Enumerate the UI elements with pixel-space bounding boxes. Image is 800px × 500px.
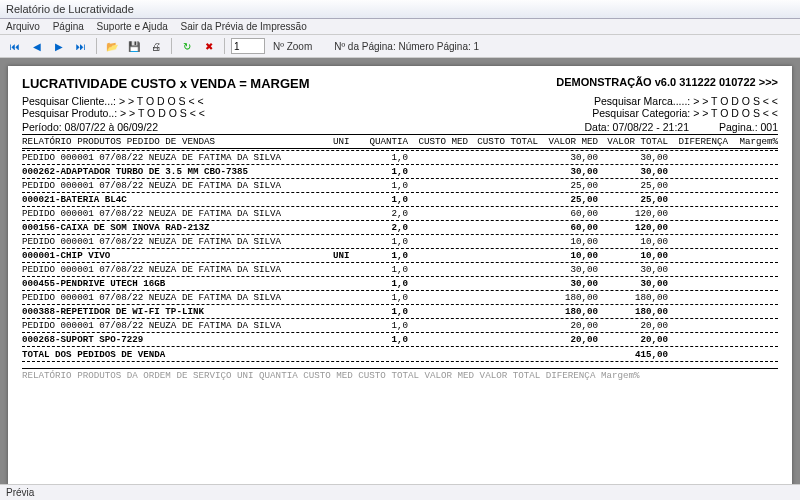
cell-vt: 30,00 xyxy=(598,166,668,177)
filter-marca: Pesquisar Marca.....: > > T O D O S < < xyxy=(594,95,778,107)
order-row: PEDIDO 000001 07/08/22 NEUZA DE FATIMA D… xyxy=(22,292,778,303)
cell-df xyxy=(668,320,728,331)
periodo-label: Período: 08/07/22 à 06/09/22 xyxy=(22,121,158,133)
window-titlebar: Relatório de Lucratividade xyxy=(0,0,800,19)
cell-uni xyxy=(333,222,363,233)
cell-desc: 000156-CAIXA DE SOM INOVA RAD-213Z xyxy=(22,222,333,233)
product-row: 000001-CHIP VIVOUNI1,010,0010,00 xyxy=(22,250,778,261)
cell-desc: PEDIDO 000001 07/08/22 NEUZA DE FATIMA D… xyxy=(22,320,333,331)
cell-df xyxy=(668,334,728,345)
divider xyxy=(22,150,778,151)
page-number-label: Nº da Página: Número Página: 1 xyxy=(334,41,479,52)
column-headers: RELATÓRIO PRODUTOS PEDIDO DE VENDAS UNI … xyxy=(22,136,778,147)
cell-df xyxy=(668,208,728,219)
separator xyxy=(96,38,97,54)
cell-vt: 20,00 xyxy=(598,334,668,345)
menu-sair[interactable]: Sair da Prévia de Impressão xyxy=(181,21,307,32)
save-button[interactable]: 💾 xyxy=(125,37,143,55)
divider xyxy=(22,346,778,347)
col-vt: VALOR TOTAL xyxy=(598,136,668,147)
menu-arquivo[interactable]: Arquivo xyxy=(6,21,40,32)
cell-qt: 1,0 xyxy=(363,152,408,163)
cell-vm: 10,00 xyxy=(538,236,598,247)
preview-area[interactable]: LUCRATIVIDADE CUSTO x VENDA = MARGEM DEM… xyxy=(0,58,800,484)
cell-mg xyxy=(728,250,778,261)
cell-uni xyxy=(333,320,363,331)
divider xyxy=(22,148,778,149)
nav-last-button[interactable]: ⏭ xyxy=(72,37,90,55)
print-button[interactable]: 🖨 xyxy=(147,37,165,55)
divider xyxy=(22,276,778,277)
cell-vm: 180,00 xyxy=(538,306,598,317)
cell-desc: PEDIDO 000001 07/08/22 NEUZA DE FATIMA D… xyxy=(22,152,333,163)
product-row: 000388-REPETIDOR DE WI-FI TP-LINK1,0180,… xyxy=(22,306,778,317)
report-page: LUCRATIVIDADE CUSTO x VENDA = MARGEM DEM… xyxy=(8,66,792,484)
cell-vm: 60,00 xyxy=(538,222,598,233)
separator xyxy=(171,38,172,54)
cell-vt: 180,00 xyxy=(598,292,668,303)
cell-vm: 20,00 xyxy=(538,334,598,345)
cell-vm: 180,00 xyxy=(538,292,598,303)
cell-df xyxy=(668,166,728,177)
refresh-button[interactable]: ↻ xyxy=(178,37,196,55)
cell-mg xyxy=(728,180,778,191)
cell-mg xyxy=(728,222,778,233)
product-row: 000455-PENDRIVE UTECH 16GB1,030,0030,00 xyxy=(22,278,778,289)
divider xyxy=(22,164,778,165)
open-button[interactable]: 📂 xyxy=(103,37,121,55)
cell-vm: 20,00 xyxy=(538,320,598,331)
cell-qt: 1,0 xyxy=(363,236,408,247)
close-button[interactable]: ✖ xyxy=(200,37,218,55)
cell-mg xyxy=(728,278,778,289)
cell-vm: 10,00 xyxy=(538,250,598,261)
nav-first-button[interactable]: ⏮ xyxy=(6,37,24,55)
cell-vm: 25,00 xyxy=(538,180,598,191)
cell-ct xyxy=(468,236,538,247)
menu-bar: Arquivo Página Suporte e Ajuda Sair da P… xyxy=(0,19,800,35)
cell-desc: 000021-BATERIA BL4C xyxy=(22,194,333,205)
menu-suporte[interactable]: Suporte e Ajuda xyxy=(97,21,168,32)
cell-uni xyxy=(333,334,363,345)
cell-df xyxy=(668,236,728,247)
total-label: TOTAL DOS PEDIDOS DE VENDA xyxy=(22,349,333,360)
nav-prev-button[interactable]: ◀ xyxy=(28,37,46,55)
cell-ct xyxy=(468,208,538,219)
cell-desc: PEDIDO 000001 07/08/22 NEUZA DE FATIMA D… xyxy=(22,208,333,219)
cell-ct xyxy=(468,152,538,163)
cell-uni xyxy=(333,292,363,303)
cell-uni xyxy=(333,208,363,219)
divider xyxy=(22,318,778,319)
window-title: Relatório de Lucratividade xyxy=(6,3,134,15)
zoom-input[interactable] xyxy=(231,38,265,54)
cell-qt: 1,0 xyxy=(363,250,408,261)
cell-vt: 20,00 xyxy=(598,320,668,331)
cell-desc: 000268-SUPORT SPO-7229 xyxy=(22,334,333,345)
cell-df xyxy=(668,278,728,289)
cell-vt: 120,00 xyxy=(598,222,668,233)
cell-df xyxy=(668,222,728,233)
pagina-label: Pagina.: 001 xyxy=(719,121,778,133)
cell-qt: 1,0 xyxy=(363,278,408,289)
menu-pagina[interactable]: Página xyxy=(53,21,84,32)
cell-df xyxy=(668,250,728,261)
cell-cm xyxy=(408,208,468,219)
cell-ct xyxy=(468,306,538,317)
divider xyxy=(22,361,778,362)
cell-cm xyxy=(408,222,468,233)
cell-ct xyxy=(468,334,538,345)
cell-qt: 1,0 xyxy=(363,306,408,317)
cell-vt: 10,00 xyxy=(598,250,668,261)
cell-df xyxy=(668,180,728,191)
cell-cm xyxy=(408,334,468,345)
cell-ct xyxy=(468,250,538,261)
cell-uni xyxy=(333,152,363,163)
cell-desc: PEDIDO 000001 07/08/22 NEUZA DE FATIMA D… xyxy=(22,180,333,191)
cell-vt: 120,00 xyxy=(598,208,668,219)
cell-vm: 30,00 xyxy=(538,166,598,177)
cell-mg xyxy=(728,166,778,177)
nav-next-button[interactable]: ▶ xyxy=(50,37,68,55)
cell-uni xyxy=(333,194,363,205)
cell-cm xyxy=(408,278,468,289)
cell-cm xyxy=(408,166,468,177)
divider xyxy=(22,368,778,369)
